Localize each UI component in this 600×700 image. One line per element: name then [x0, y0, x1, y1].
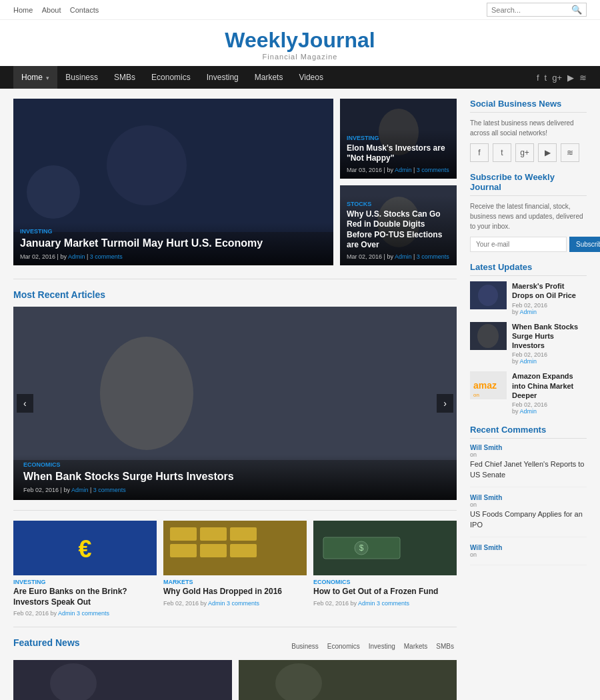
featured-tab-markets[interactable]: Markets — [401, 641, 431, 651]
featured-svg-2 — [239, 660, 457, 700]
small-art-author-3[interactable]: Admin — [358, 600, 375, 607]
subscribe-email-input[interactable] — [470, 237, 567, 252]
nav-social-icons: f t g+ ▶ ≋ — [537, 73, 587, 83]
slider-title: When Bank Stocks Surge Hurts Investors — [23, 470, 447, 484]
sidebar-subscribe: Subscribe to Weekly Journal Receive the … — [470, 172, 587, 252]
subscribe-button[interactable]: Subscribe — [569, 237, 600, 252]
hero-main-article[interactable]: Investing January Market Turmoil May Hur… — [13, 99, 333, 265]
search-box[interactable]: 🔍 — [487, 3, 587, 17]
featured-article-2 — [239, 660, 457, 700]
small-article-image-1: € — [13, 521, 157, 575]
nav-item-home[interactable]: Home ▾ — [13, 66, 57, 89]
latest-author-3[interactable]: Admin — [520, 408, 537, 415]
nav-contacts-link[interactable]: Contacts — [70, 6, 99, 14]
small-art-meta-2: Feb 02, 2016 by Admin 3 comments — [163, 600, 307, 607]
hero-side-author-2[interactable]: Admin — [395, 253, 412, 260]
hero-section: Investing January Market Turmoil May Hur… — [13, 99, 457, 265]
hero-side-article-1[interactable]: Investing Elon Musk's Investors are "Not… — [340, 99, 457, 179]
nav-item-videos[interactable]: Videos — [291, 66, 331, 89]
comment-on-2: on — [470, 501, 587, 508]
featured-tab-investing[interactable]: Investing — [366, 641, 398, 651]
main-container: Investing January Market Turmoil May Hur… — [0, 89, 600, 700]
googleplus-icon[interactable]: g+ — [515, 143, 534, 162]
latest-content-2: When Bank Stocks Surge Hurts Investors F… — [512, 322, 587, 365]
svg-text:$: $ — [359, 543, 364, 553]
hero-main-comments[interactable]: 3 comments — [90, 253, 123, 260]
twitter-nav-icon[interactable]: t — [545, 73, 547, 83]
search-input[interactable] — [491, 6, 571, 14]
latest-item-1[interactable]: Maersk's Profit Drops on Oil Price Feb 0… — [470, 281, 587, 315]
slider-comments[interactable]: 3 comments — [93, 487, 126, 493]
gold-svg — [163, 521, 307, 575]
small-art-comments-2[interactable]: 3 comments — [227, 600, 259, 607]
latest-item-2[interactable]: When Bank Stocks Surge Hurts Investors F… — [470, 322, 587, 365]
latest-image-3: amaz on — [470, 371, 507, 399]
latest-date-2: Feb 02, 2016 — [512, 351, 547, 358]
hero-main-author[interactable]: Admin — [68, 253, 85, 260]
small-art-author-2[interactable]: Admin — [208, 600, 225, 607]
hero-side-comments-2[interactable]: 3 comments — [417, 253, 449, 260]
small-art-category-3: Economics — [313, 579, 457, 585]
nav-item-markets[interactable]: Markets — [247, 66, 291, 89]
hero-side-comments-1[interactable]: 3 comments — [417, 167, 449, 173]
nav-about-link[interactable]: About — [42, 6, 61, 14]
rss-icon[interactable]: ≋ — [561, 143, 579, 162]
youtube-nav-icon[interactable]: ▶ — [567, 73, 574, 83]
hero-side-overlay-1: Investing Elon Musk's Investors are "Not… — [340, 129, 457, 179]
youtube-icon[interactable]: ▶ — [538, 143, 557, 162]
slider-category: Economics — [23, 461, 447, 468]
sidebar-social-text: The latest business news delivered acros… — [470, 118, 587, 138]
facebook-nav-icon[interactable]: f — [537, 73, 539, 83]
featured-tab-economics[interactable]: Economics — [325, 641, 363, 651]
hero-main-date: Mar 02, 2016 — [20, 253, 55, 260]
latest-meta-3: Feb 02, 2016by Admin — [512, 401, 587, 415]
small-art-author-1[interactable]: Admin — [58, 610, 75, 617]
hero-side-date-2: Mar 02, 2016 — [347, 253, 382, 260]
small-art-category-1: Investing — [13, 579, 157, 585]
hero-side-article-2[interactable]: Stocks Why U.S. Stocks Can Go Red in Dou… — [340, 185, 457, 265]
comment-article-1[interactable]: Fed Chief Janet Yellen's Reports to US S… — [470, 459, 587, 480]
facebook-icon[interactable]: f — [470, 143, 489, 162]
comment-author-1[interactable]: Will Smith — [470, 444, 587, 451]
svg-rect-15 — [200, 527, 227, 541]
svg-text:on: on — [473, 392, 479, 398]
nav-item-investing[interactable]: Investing — [199, 66, 247, 89]
small-art-date-1: Feb 02, 2016 — [13, 610, 49, 617]
svg-rect-17 — [170, 544, 197, 557]
nav-item-economics[interactable]: Economics — [143, 66, 199, 89]
small-art-date-2: Feb 02, 2016 — [163, 600, 199, 607]
sidebar-comments-title: Recent Comments — [470, 425, 587, 439]
hero-main-overlay: Investing January Market Turmoil May Hur… — [13, 223, 333, 265]
rss-nav-icon[interactable]: ≋ — [579, 73, 587, 83]
nav-item-smbs[interactable]: SMBs — [106, 66, 143, 89]
divider-1 — [13, 279, 457, 279]
small-art-comments-3[interactable]: 3 comments — [377, 600, 409, 607]
featured-tab-smbs[interactable]: SMBs — [433, 641, 457, 651]
featured-tab-business[interactable]: Business — [289, 641, 321, 651]
small-art-comments-1[interactable]: 3 comments — [77, 610, 109, 617]
slider-next-button[interactable]: › — [437, 394, 453, 413]
twitter-icon[interactable]: t — [493, 143, 511, 162]
slider-author[interactable]: Admin — [71, 487, 89, 493]
nav-home-link[interactable]: Home — [13, 6, 33, 14]
nav-item-business[interactable]: Business — [57, 66, 106, 89]
latest-author-2[interactable]: Admin — [520, 358, 537, 365]
sidebar: Social Business News The latest business… — [470, 99, 587, 700]
small-art-title-3: How to Get Out of a Frozen Fund — [313, 587, 457, 597]
sidebar-subscribe-text: Receive the latest financial, stock, bus… — [470, 201, 587, 231]
main-nav: Home ▾ Business SMBs Economics Investing… — [0, 66, 600, 89]
slider-prev-button[interactable]: ‹ — [17, 394, 33, 413]
latest-item-3[interactable]: amaz on Amazon Expands into China Market… — [470, 371, 587, 415]
comment-article-2[interactable]: US Foods Company Applies for an IPO — [470, 509, 587, 530]
search-button[interactable]: 🔍 — [571, 5, 582, 15]
hero-side-author-1[interactable]: Admin — [395, 167, 412, 173]
comment-author-2[interactable]: Will Smith — [470, 494, 587, 501]
svg-rect-18 — [200, 544, 227, 557]
comment-author-3[interactable]: Will Smith — [470, 544, 587, 551]
site-header: WeeklyJournal Financial Magazine — [0, 20, 600, 66]
most-recent-title: Most Recent Articles — [13, 289, 457, 300]
googleplus-nav-icon[interactable]: g+ — [552, 73, 562, 83]
latest-author-1[interactable]: Admin — [520, 309, 537, 315]
small-art-meta-3: Feb 02, 2016 by Admin 3 comments — [313, 600, 457, 607]
small-art-meta-1: Feb 02, 2016 by Admin 3 comments — [13, 610, 157, 617]
